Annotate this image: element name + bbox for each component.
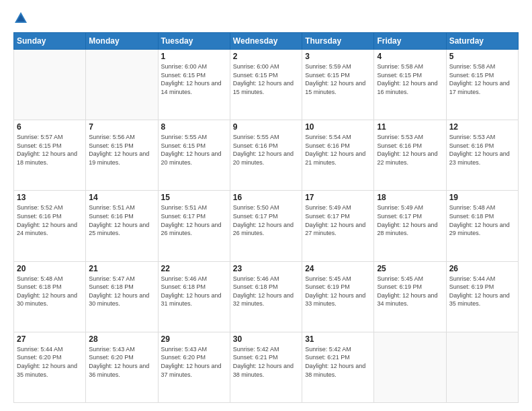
day-cell: 1Sunrise: 6:00 AM Sunset: 6:15 PM Daylig…: [158, 50, 230, 120]
day-number: 22: [161, 264, 227, 273]
day-info: Sunrise: 6:00 AM Sunset: 6:15 PM Dayligh…: [161, 62, 227, 96]
day-cell: 30Sunrise: 5:42 AM Sunset: 6:21 PM Dayli…: [230, 332, 302, 402]
day-number: 24: [305, 264, 371, 273]
day-number: 18: [377, 193, 443, 202]
day-number: 17: [305, 193, 371, 202]
day-number: 3: [305, 52, 371, 61]
day-cell: 19Sunrise: 5:48 AM Sunset: 6:18 PM Dayli…: [446, 191, 518, 261]
day-cell: 26Sunrise: 5:44 AM Sunset: 6:19 PM Dayli…: [446, 261, 518, 332]
day-cell: [86, 50, 158, 120]
day-info: Sunrise: 5:42 AM Sunset: 6:21 PM Dayligh…: [233, 345, 299, 379]
day-info: Sunrise: 5:46 AM Sunset: 6:18 PM Dayligh…: [161, 275, 227, 308]
day-info: Sunrise: 5:58 AM Sunset: 6:15 PM Dayligh…: [377, 62, 443, 96]
day-number: 13: [17, 193, 83, 202]
col-header-saturday: Saturday: [446, 33, 518, 50]
day-cell: 24Sunrise: 5:45 AM Sunset: 6:19 PM Dayli…: [302, 261, 374, 332]
day-info: Sunrise: 5:44 AM Sunset: 6:20 PM Dayligh…: [17, 345, 83, 379]
day-cell: 7Sunrise: 5:56 AM Sunset: 6:15 PM Daylig…: [86, 120, 158, 191]
day-info: Sunrise: 5:50 AM Sunset: 6:17 PM Dayligh…: [233, 203, 299, 237]
col-header-thursday: Thursday: [302, 33, 374, 50]
day-cell: 22Sunrise: 5:46 AM Sunset: 6:18 PM Dayli…: [158, 261, 230, 332]
day-number: 19: [449, 193, 515, 202]
col-header-tuesday: Tuesday: [158, 33, 230, 50]
day-cell: 13Sunrise: 5:52 AM Sunset: 6:16 PM Dayli…: [14, 191, 86, 261]
day-info: Sunrise: 5:42 AM Sunset: 6:21 PM Dayligh…: [305, 345, 371, 379]
day-info: Sunrise: 5:45 AM Sunset: 6:19 PM Dayligh…: [305, 275, 371, 308]
day-number: 14: [89, 193, 154, 202]
day-number: 5: [449, 52, 515, 61]
day-number: 26: [449, 264, 515, 273]
col-header-wednesday: Wednesday: [230, 33, 302, 50]
day-number: 16: [233, 193, 299, 202]
day-cell: 21Sunrise: 5:47 AM Sunset: 6:18 PM Dayli…: [86, 261, 158, 332]
day-cell: 6Sunrise: 5:57 AM Sunset: 6:15 PM Daylig…: [14, 120, 86, 191]
day-cell: 5Sunrise: 5:58 AM Sunset: 6:15 PM Daylig…: [446, 50, 518, 120]
day-number: 2: [233, 52, 299, 61]
day-number: 11: [377, 122, 443, 132]
col-header-friday: Friday: [374, 33, 446, 50]
day-cell: 14Sunrise: 5:51 AM Sunset: 6:16 PM Dayli…: [86, 191, 158, 261]
day-info: Sunrise: 5:53 AM Sunset: 6:16 PM Dayligh…: [377, 133, 443, 167]
day-cell: 25Sunrise: 5:45 AM Sunset: 6:19 PM Dayli…: [374, 261, 446, 332]
day-cell: 10Sunrise: 5:54 AM Sunset: 6:16 PM Dayli…: [302, 120, 374, 191]
day-cell: 16Sunrise: 5:50 AM Sunset: 6:17 PM Dayli…: [230, 191, 302, 261]
day-info: Sunrise: 5:53 AM Sunset: 6:16 PM Dayligh…: [449, 133, 515, 167]
day-cell: 3Sunrise: 5:59 AM Sunset: 6:15 PM Daylig…: [302, 50, 374, 120]
day-info: Sunrise: 5:54 AM Sunset: 6:16 PM Dayligh…: [305, 133, 371, 167]
day-number: 31: [305, 334, 371, 344]
day-number: 7: [89, 122, 154, 132]
day-cell: 12Sunrise: 5:53 AM Sunset: 6:16 PM Dayli…: [446, 120, 518, 191]
day-cell: 28Sunrise: 5:43 AM Sunset: 6:20 PM Dayli…: [86, 332, 158, 402]
day-info: Sunrise: 6:00 AM Sunset: 6:15 PM Dayligh…: [233, 62, 299, 96]
day-number: 10: [305, 122, 371, 132]
day-cell: 29Sunrise: 5:43 AM Sunset: 6:20 PM Dayli…: [158, 332, 230, 402]
day-info: Sunrise: 5:51 AM Sunset: 6:16 PM Dayligh…: [89, 203, 154, 237]
day-info: Sunrise: 5:43 AM Sunset: 6:20 PM Dayligh…: [161, 345, 227, 379]
day-info: Sunrise: 5:45 AM Sunset: 6:19 PM Dayligh…: [377, 275, 443, 308]
day-cell: 11Sunrise: 5:53 AM Sunset: 6:16 PM Dayli…: [374, 120, 446, 191]
day-info: Sunrise: 5:43 AM Sunset: 6:20 PM Dayligh…: [89, 345, 154, 379]
generalblue-logo-icon: [13, 11, 28, 26]
day-info: Sunrise: 5:55 AM Sunset: 6:16 PM Dayligh…: [233, 133, 299, 167]
day-cell: 9Sunrise: 5:55 AM Sunset: 6:16 PM Daylig…: [230, 120, 302, 191]
day-cell: [446, 332, 518, 402]
day-info: Sunrise: 5:55 AM Sunset: 6:15 PM Dayligh…: [161, 133, 227, 167]
day-cell: 18Sunrise: 5:49 AM Sunset: 6:17 PM Dayli…: [374, 191, 446, 261]
day-number: 6: [17, 122, 83, 132]
day-info: Sunrise: 5:48 AM Sunset: 6:18 PM Dayligh…: [449, 203, 515, 237]
day-cell: [14, 50, 86, 120]
col-header-monday: Monday: [86, 33, 158, 50]
day-number: 21: [89, 264, 154, 273]
day-number: 1: [161, 52, 227, 61]
calendar-table: SundayMondayTuesdayWednesdayThursdayFrid…: [13, 32, 519, 403]
day-cell: 20Sunrise: 5:48 AM Sunset: 6:18 PM Dayli…: [14, 261, 86, 332]
day-info: Sunrise: 5:44 AM Sunset: 6:19 PM Dayligh…: [449, 275, 515, 308]
week-row-2: 6Sunrise: 5:57 AM Sunset: 6:15 PM Daylig…: [14, 120, 519, 191]
day-info: Sunrise: 5:47 AM Sunset: 6:18 PM Dayligh…: [89, 275, 154, 308]
week-row-5: 27Sunrise: 5:44 AM Sunset: 6:20 PM Dayli…: [14, 332, 519, 402]
day-cell: 15Sunrise: 5:51 AM Sunset: 6:17 PM Dayli…: [158, 191, 230, 261]
day-cell: 4Sunrise: 5:58 AM Sunset: 6:15 PM Daylig…: [374, 50, 446, 120]
day-info: Sunrise: 5:49 AM Sunset: 6:17 PM Dayligh…: [305, 203, 371, 237]
day-cell: 31Sunrise: 5:42 AM Sunset: 6:21 PM Dayli…: [302, 332, 374, 402]
col-header-sunday: Sunday: [14, 33, 86, 50]
day-cell: 23Sunrise: 5:46 AM Sunset: 6:18 PM Dayli…: [230, 261, 302, 332]
day-number: 27: [17, 334, 83, 344]
week-row-1: 1Sunrise: 6:00 AM Sunset: 6:15 PM Daylig…: [14, 50, 519, 120]
day-number: 25: [377, 264, 443, 273]
day-info: Sunrise: 5:58 AM Sunset: 6:15 PM Dayligh…: [449, 62, 515, 96]
day-number: 15: [161, 193, 227, 202]
day-info: Sunrise: 5:57 AM Sunset: 6:15 PM Dayligh…: [17, 133, 83, 167]
day-number: 28: [89, 334, 154, 344]
week-row-4: 20Sunrise: 5:48 AM Sunset: 6:18 PM Dayli…: [14, 261, 519, 332]
day-info: Sunrise: 5:49 AM Sunset: 6:17 PM Dayligh…: [377, 203, 443, 237]
day-number: 12: [449, 122, 515, 132]
day-info: Sunrise: 5:52 AM Sunset: 6:16 PM Dayligh…: [17, 203, 83, 237]
day-number: 23: [233, 264, 299, 273]
day-info: Sunrise: 5:48 AM Sunset: 6:18 PM Dayligh…: [17, 275, 83, 308]
day-info: Sunrise: 5:46 AM Sunset: 6:18 PM Dayligh…: [233, 275, 299, 308]
logo: [13, 11, 31, 26]
page: SundayMondayTuesdayWednesdayThursdayFrid…: [0, 0, 532, 411]
day-number: 30: [233, 334, 299, 344]
week-row-3: 13Sunrise: 5:52 AM Sunset: 6:16 PM Dayli…: [14, 191, 519, 261]
